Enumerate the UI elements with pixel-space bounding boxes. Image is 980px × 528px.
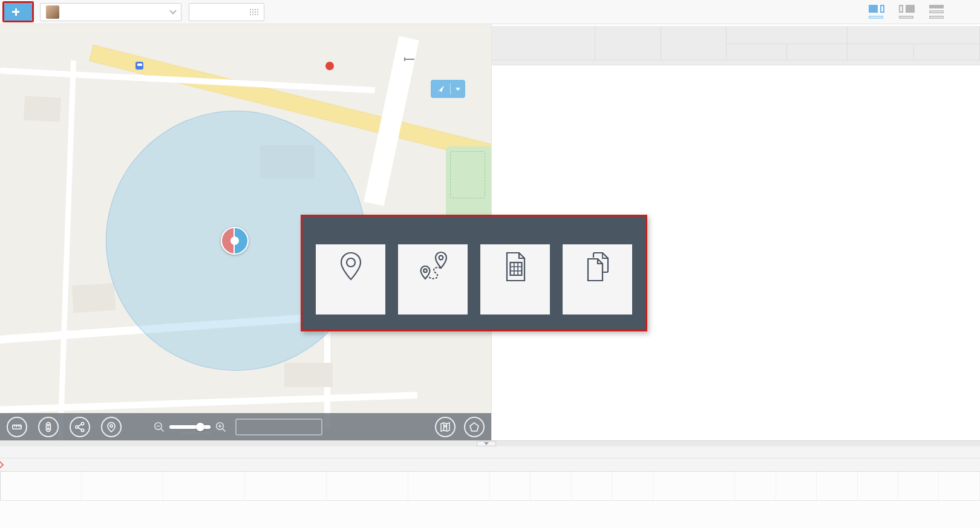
executor-group-row[interactable] xyxy=(492,60,980,65)
option-single-task[interactable] xyxy=(316,244,385,315)
show-pins-button[interactable] xyxy=(101,417,122,437)
top-toolbar xyxy=(0,0,980,24)
chevron-down-icon xyxy=(169,7,176,14)
table-header xyxy=(492,26,980,60)
zoom-slider-thumb[interactable] xyxy=(196,423,204,431)
bus-stop-icon xyxy=(136,62,143,70)
timeline-date xyxy=(0,446,980,458)
view-mode-table-map[interactable] xyxy=(899,5,915,19)
executor-avatar xyxy=(46,5,59,19)
excel-document-icon xyxy=(499,250,532,283)
timeline-scrollbar[interactable] xyxy=(0,440,980,446)
areas-button[interactable] xyxy=(464,417,485,437)
header-name[interactable] xyxy=(595,26,661,60)
option-import-text[interactable] xyxy=(563,244,632,315)
park-border xyxy=(450,151,485,198)
navigation-button[interactable] xyxy=(431,80,465,98)
date-input[interactable] xyxy=(189,3,264,21)
timeline-panel xyxy=(0,440,980,528)
pentagon-icon xyxy=(469,422,480,432)
timeline-hours xyxy=(0,458,980,472)
road-side-1 xyxy=(57,60,76,440)
scale-imperial xyxy=(405,60,414,61)
header-fact-duration[interactable] xyxy=(914,44,980,60)
copy-documents-icon xyxy=(581,250,614,283)
header-plan-from[interactable] xyxy=(727,44,787,60)
cluster-marker[interactable] xyxy=(221,227,249,255)
zoom-in-icon[interactable] xyxy=(215,421,227,433)
map-toolbar-right xyxy=(426,417,485,437)
header-address[interactable] xyxy=(661,26,727,60)
header-fact-arrived[interactable] xyxy=(848,44,914,60)
plus-icon xyxy=(12,8,19,16)
current-time-marker xyxy=(0,461,4,469)
option-route-task[interactable] xyxy=(398,244,468,315)
pin-icon xyxy=(106,422,117,432)
traffic-button[interactable] xyxy=(38,417,59,437)
ruler-icon xyxy=(11,422,22,432)
zoom-control xyxy=(153,421,227,433)
add-button[interactable] xyxy=(4,3,32,21)
app-window xyxy=(0,0,980,528)
triangle-down-icon xyxy=(484,442,489,445)
map-toolbar xyxy=(0,413,491,440)
header-plan xyxy=(727,26,848,44)
geozones-button[interactable] xyxy=(435,417,456,437)
nav-caret-icon xyxy=(456,88,460,91)
zoom-slider[interactable] xyxy=(169,425,211,429)
calendar-icon xyxy=(249,8,258,16)
nav-separator xyxy=(450,83,451,94)
header-gutter xyxy=(492,26,505,60)
timeline-bars xyxy=(0,472,980,501)
address-search-box xyxy=(235,419,322,435)
table-body xyxy=(492,60,980,65)
header-fact xyxy=(848,26,980,44)
add-button-highlight xyxy=(2,1,34,22)
map-with-pin-icon xyxy=(440,422,451,432)
current-time-line xyxy=(0,472,1,500)
share-icon xyxy=(74,422,85,432)
traffic-light-icon xyxy=(43,422,54,432)
add-task-dialog xyxy=(302,217,645,330)
route-share-button[interactable] xyxy=(70,417,90,437)
zoom-out-icon[interactable] xyxy=(153,421,165,433)
dialog-options xyxy=(316,244,632,315)
measure-button[interactable] xyxy=(7,417,27,437)
view-mode-list[interactable] xyxy=(929,5,945,19)
navigation-arrow-icon xyxy=(436,84,445,94)
header-plan-to[interactable] xyxy=(787,44,848,60)
option-import-excel[interactable] xyxy=(480,244,550,315)
view-mode-map-table[interactable] xyxy=(869,5,884,19)
metro-icon[interactable] xyxy=(325,62,334,70)
add-task-dialog-highlight xyxy=(301,215,647,331)
map-scale xyxy=(404,57,414,61)
address-input[interactable] xyxy=(241,422,317,431)
route-pins-icon xyxy=(417,250,449,283)
timeline-collapse-handle[interactable] xyxy=(477,441,496,446)
header-status[interactable] xyxy=(504,26,595,60)
executor-dropdown[interactable] xyxy=(40,3,181,21)
view-mode-switcher xyxy=(869,5,945,19)
single-pin-icon xyxy=(335,250,367,283)
cluster-center xyxy=(230,236,239,245)
